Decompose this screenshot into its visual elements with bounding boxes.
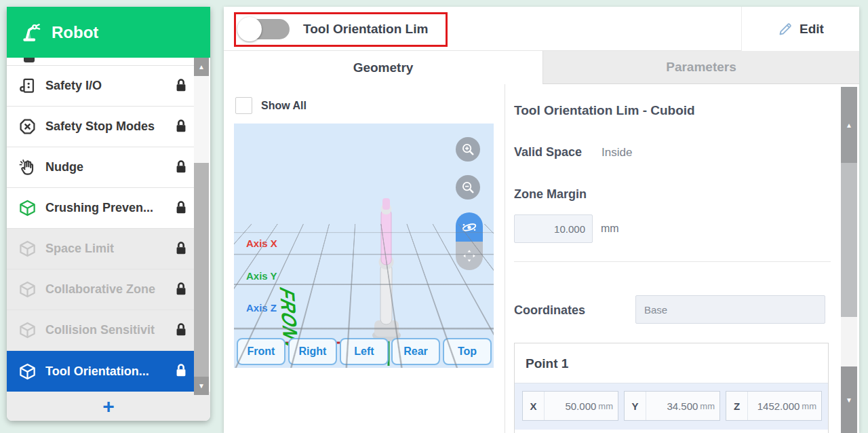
- sidebar-item-safety-io[interactable]: Safety I/O: [7, 66, 194, 107]
- scrollbar-thumb[interactable]: [841, 163, 857, 317]
- sidebar-item-tool-orientation[interactable]: Tool Orientation...: [7, 351, 194, 392]
- lock-icon: [174, 362, 190, 380]
- lock-icon: [174, 77, 190, 95]
- zoom-in-button[interactable]: [456, 137, 480, 162]
- scrollbar-thumb[interactable]: [194, 163, 209, 377]
- 3d-viewer[interactable]: Axis X Axis Y Axis Z FRONT: [234, 124, 494, 368]
- plus-icon: +: [102, 395, 115, 418]
- sidebar-scrollbar[interactable]: ▲ ▼: [194, 58, 209, 395]
- app-root: Robot Safety I/O Safety Stop Modes: [0, 0, 868, 433]
- divider: [514, 261, 831, 262]
- lock-icon: [174, 240, 190, 258]
- lock-icon: [174, 281, 190, 299]
- stop-circle-icon: [17, 117, 37, 137]
- tab-bar: Geometry Parameters: [224, 51, 859, 84]
- hand-icon: [17, 157, 37, 178]
- zone-margin-unit: mm: [601, 223, 619, 235]
- toggle-label: Tool Orientation Lim: [303, 22, 428, 37]
- sidebar-item-collision-sensitivity[interactable]: Collision Sensitivit: [7, 310, 194, 351]
- lock-icon: [174, 322, 190, 339]
- axis-x-label: Axis X: [246, 238, 277, 249]
- point-title: Point 1: [526, 356, 568, 371]
- cube-icon: [17, 198, 37, 219]
- x-axis-label: X: [523, 392, 545, 420]
- edit-button[interactable]: Edit: [742, 7, 859, 51]
- topbar: Tool Orientation Lim Edit: [224, 7, 859, 51]
- sidebar-header: Robot: [7, 7, 210, 58]
- point-coordinates-row: X 50.000 mm Y 34.500 mm Z 1452.000 mm: [515, 383, 828, 430]
- coordinates-label: Coordinates: [514, 303, 585, 318]
- view-buttons: Front Right Left Rear Top: [237, 338, 492, 365]
- view-left-button[interactable]: Left: [340, 338, 389, 365]
- axis-z-label: Axis Z: [246, 302, 277, 314]
- lock-icon: [174, 159, 190, 176]
- coordinates-select[interactable]: [635, 295, 825, 324]
- show-all-checkbox[interactable]: [235, 97, 252, 114]
- sidebar-title: Robot: [52, 23, 98, 42]
- scroll-down-icon[interactable]: ▼: [841, 366, 857, 433]
- io-icon: [17, 76, 37, 96]
- edit-label: Edit: [800, 22, 824, 37]
- zone-margin-label: Zone Margin: [514, 187, 587, 202]
- partial-icon: [24, 58, 35, 62]
- point-1-card: Point 1 X 50.000 mm Y 34.500 mm Z 1452.0: [514, 343, 829, 433]
- show-all-label: Show All: [261, 100, 307, 112]
- zone-title: Tool Orientation Lim - Cuboid: [514, 103, 695, 118]
- view-control-pill: [456, 212, 483, 270]
- valid-space-label: Valid Space: [514, 145, 582, 159]
- sidebar-item-space-limit[interactable]: Space Limit: [7, 229, 194, 269]
- scrollbar-track[interactable]: [841, 317, 857, 366]
- tool-orientation-toggle[interactable]: [239, 19, 290, 39]
- scroll-down-icon[interactable]: ▼: [194, 377, 209, 395]
- column-divider: [505, 84, 505, 433]
- pencil-icon: [777, 21, 793, 37]
- cube-icon: [17, 320, 37, 341]
- main-panel: Tool Orientation Lim Edit Geometry Param…: [224, 7, 859, 433]
- zone-margin-input[interactable]: [514, 214, 593, 243]
- y-axis-label: Y: [625, 392, 646, 420]
- sidebar-item-crushing-prevention[interactable]: Crushing Preven...: [7, 188, 194, 229]
- z-axis-label: Z: [726, 392, 748, 420]
- show-all-control[interactable]: Show All: [235, 97, 307, 114]
- axis-y-label: Axis Y: [246, 270, 277, 282]
- view-top-button[interactable]: Top: [443, 338, 492, 365]
- cube-icon: [17, 361, 37, 381]
- robot-arm-icon: [19, 21, 42, 44]
- add-zone-button[interactable]: +: [7, 392, 210, 421]
- zoom-out-button[interactable]: [456, 175, 480, 200]
- sidebar-item-nudge[interactable]: Nudge: [7, 147, 194, 188]
- toggle-knob[interactable]: [237, 17, 262, 41]
- tab-parameters[interactable]: Parameters: [542, 51, 859, 84]
- rotate-view-button[interactable]: [456, 212, 483, 242]
- cube-icon: [17, 280, 37, 300]
- pan-view-button[interactable]: [456, 242, 483, 270]
- valid-space-value: Inside: [601, 146, 632, 159]
- view-right-button[interactable]: Right: [288, 338, 337, 365]
- view-rear-button[interactable]: Rear: [391, 338, 440, 365]
- view-front-button[interactable]: Front: [237, 338, 285, 365]
- sidebar-item-safety-stop-modes[interactable]: Safety Stop Modes: [7, 107, 194, 147]
- point-y-field[interactable]: Y 34.500 mm: [624, 391, 720, 421]
- point-z-field[interactable]: Z 1452.000 mm: [726, 391, 822, 421]
- lock-icon: [174, 200, 190, 217]
- scroll-up-icon[interactable]: ▲: [841, 87, 857, 163]
- tab-geometry[interactable]: Geometry: [224, 51, 542, 84]
- cube-icon: [17, 239, 37, 259]
- details-scrollbar[interactable]: ▲ ▼: [841, 87, 857, 433]
- lock-icon: [174, 118, 190, 136]
- sidebar: Robot Safety I/O Safety Stop Modes: [7, 7, 210, 421]
- point-x-field[interactable]: X 50.000 mm: [522, 391, 618, 421]
- tab-content: Show All Axis X Axis Y Axis Z: [224, 84, 859, 433]
- sidebar-partial-row: [7, 58, 194, 66]
- sidebar-item-collaborative-zone[interactable]: Collaborative Zone: [7, 269, 194, 310]
- scroll-up-icon[interactable]: ▲: [194, 58, 209, 76]
